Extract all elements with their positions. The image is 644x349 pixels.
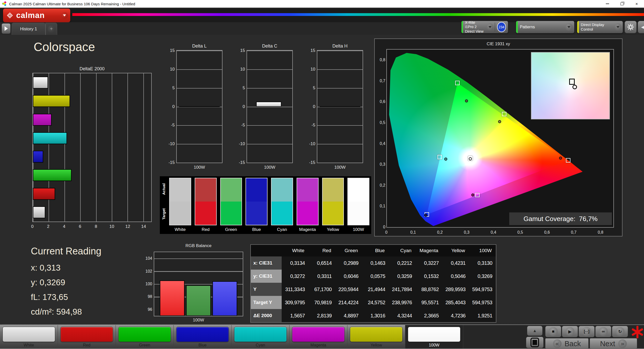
axis-tick-label: 12	[125, 224, 130, 229]
minimize-icon	[606, 4, 609, 4]
table-row-label: y: CIE31	[251, 270, 282, 283]
swatch-column: Yellow	[322, 178, 344, 234]
transport-button[interactable]: ■	[545, 326, 561, 337]
calman-menu-button[interactable]: calman	[3, 9, 70, 22]
deltae-bar-row	[33, 73, 151, 92]
cie-measured-point	[559, 157, 562, 160]
deltae-bar-row	[33, 92, 151, 110]
current-reading-line: fL: 173,65	[31, 292, 112, 307]
transport-icon: [··]	[582, 327, 591, 336]
delta-c-y-axis: 151050-5-10-15	[234, 51, 245, 163]
pattern-button-label: Green	[139, 343, 150, 347]
table-cell: 214,4224	[335, 296, 362, 309]
axis-tick-label: 4	[63, 224, 65, 229]
axis-tick-label: -10	[164, 141, 175, 146]
pattern-button[interactable]: Magenta	[290, 325, 347, 348]
axis-tick-label: 0	[234, 104, 245, 109]
target-swatch	[170, 202, 191, 225]
rgb-y-axis: 1041021009896	[141, 258, 152, 310]
meter-dropdown[interactable]: X-Rite i1Pro 2 Direct View 234	[461, 21, 508, 33]
deltae-bar-row	[33, 129, 151, 147]
calman-diamond-icon	[6, 11, 14, 20]
pattern-bar: White Red Green Blue	[0, 324, 644, 349]
settings-button[interactable]	[625, 21, 637, 33]
play-icon	[5, 26, 8, 31]
white-point-inset	[531, 52, 610, 119]
table-cell: 0,3134	[282, 256, 308, 270]
actual-target-strip: Actual Target White Re	[160, 176, 371, 234]
maximize-button[interactable]	[615, 0, 629, 8]
transport-button[interactable]: [··]	[579, 326, 595, 337]
meter-count-badge[interactable]: 234	[497, 22, 506, 32]
table-cell: 1,3016	[362, 309, 389, 322]
table-cell: 0,3259	[389, 270, 416, 283]
pattern-button[interactable]: Cyan	[232, 325, 290, 348]
measurement-table: WhiteRedGreenBlueCyanMagentaYellow100W x…	[250, 244, 496, 323]
deltae-bar	[33, 77, 48, 89]
rgb-x-label: 100W	[154, 318, 243, 323]
axis-tick-label: 14	[141, 224, 146, 229]
swatch	[220, 178, 242, 225]
pattern-buttons: White Red Green Blue	[0, 325, 463, 348]
pattern-button[interactable]: Green	[116, 325, 174, 348]
rgb-bars	[154, 252, 243, 316]
axis-tick-label: 0,1	[376, 204, 385, 208]
window-title: Calman 2025 Calman Ultimate for Business…	[9, 2, 135, 6]
pattern-button-label: Blue	[198, 343, 207, 347]
table-cell: 0,3227	[415, 256, 442, 270]
inset-target-marker	[569, 79, 575, 85]
axis-tick-label: -5	[234, 123, 245, 128]
display-control-label: Direct Display Control	[579, 23, 615, 32]
workflow-play-button[interactable]	[2, 23, 11, 34]
axis-tick-label: 10	[234, 67, 245, 72]
swatch-column: White	[169, 178, 191, 234]
transport-button[interactable]: ∞	[595, 326, 611, 337]
swatch	[195, 178, 217, 225]
target-swatch	[272, 202, 293, 225]
pattern-button-label: White	[24, 343, 34, 347]
minimize-button[interactable]	[600, 0, 615, 8]
transport-button[interactable]: ▶	[562, 326, 578, 337]
collapse-panel-button[interactable]: ◀	[638, 21, 644, 33]
pattern-button[interactable]: 100W	[405, 325, 463, 348]
table-column-header: Blue	[362, 245, 389, 256]
table-cell: 1,5657	[282, 309, 308, 322]
gridlines	[247, 51, 292, 163]
axis-tick-label: 15	[234, 48, 245, 53]
pattern-button[interactable]: White	[0, 325, 58, 348]
rainbow-gradient-bar	[72, 13, 644, 16]
pattern-swatch	[408, 327, 460, 342]
swatch-label: Red	[195, 225, 217, 234]
pattern-button[interactable]: Yellow	[347, 325, 405, 348]
rgb-balance-plot: 1041021009896	[154, 252, 243, 316]
target-swatch	[323, 202, 344, 225]
calman-menu-caret[interactable]	[61, 12, 68, 19]
plus-icon: +	[48, 25, 55, 33]
next-button[interactable]: Next »	[590, 338, 637, 349]
pattern-button[interactable]: Red	[58, 325, 116, 348]
close-button[interactable]: ×	[629, 0, 644, 8]
patterns-dropdown[interactable]: Patterns	[516, 21, 574, 33]
back-button[interactable]: « Back	[545, 338, 589, 349]
deltae-bar	[33, 95, 70, 107]
next-button-label: Next	[600, 340, 615, 348]
tab-history-1[interactable]: History 1	[12, 23, 46, 35]
swatch-column: 100W	[347, 178, 369, 234]
table-cell: 2,3665	[415, 309, 442, 322]
table-cell: 0,2212	[389, 256, 416, 270]
pattern-window-up-button[interactable]: ▲	[527, 326, 543, 336]
transport-button[interactable]: ↻	[612, 326, 628, 337]
gear-icon	[627, 24, 634, 31]
table-cell: 0,0575	[362, 270, 389, 283]
table-cell: 2,8139	[308, 309, 335, 322]
display-control-dropdown[interactable]: Direct Display Control	[577, 21, 623, 33]
pattern-button[interactable]: Blue	[174, 325, 232, 348]
swatch-columns: White Red Green	[167, 176, 371, 234]
inset-measured-marker	[572, 85, 577, 89]
delta-c-title: Delta C	[247, 43, 293, 49]
pattern-window-button[interactable]	[526, 337, 544, 348]
axis-tick-label: 98	[141, 294, 152, 299]
add-tab-button[interactable]: +	[46, 23, 57, 35]
table-cell: 4,7236	[442, 309, 469, 322]
deltae-bar	[33, 151, 43, 163]
